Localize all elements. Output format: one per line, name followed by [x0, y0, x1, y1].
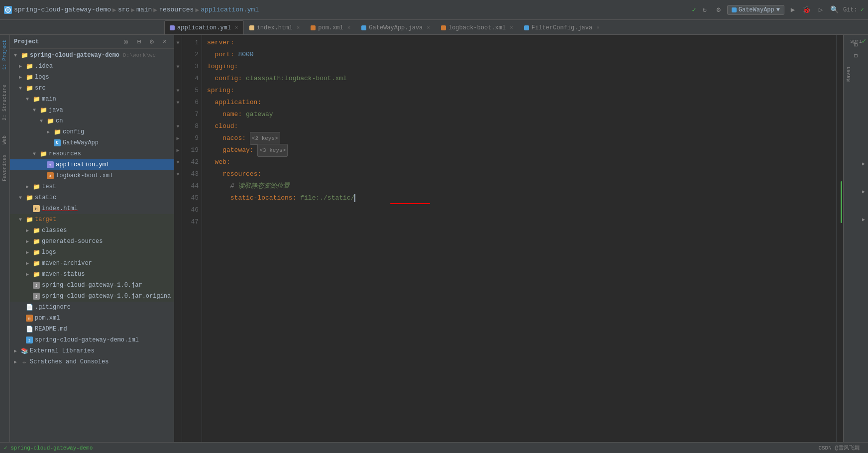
tree-cn[interactable]: ▼ 📁 cn	[10, 115, 174, 126]
tree-arrow-test[interactable]: ▶	[24, 183, 31, 190]
breadcrumb-resources[interactable]: resources	[159, 6, 194, 13]
panel-expand-3[interactable]: ▶	[860, 216, 867, 223]
tree-jar2[interactable]: J spring-cloud-gateway-1.0.jar.origina	[10, 291, 174, 302]
code-line-9: nacos: <2 keys>	[207, 132, 836, 144]
breadcrumb-src[interactable]: src	[118, 6, 129, 13]
breadcrumb-main[interactable]: main	[136, 6, 152, 13]
tree-classes[interactable]: ▶ 📁 classes	[10, 225, 174, 236]
tree-target[interactable]: ▼ 📁 target	[10, 214, 174, 225]
panel-icon-2[interactable]: ⊟	[851, 51, 861, 61]
tree-arrow-target[interactable]: ▼	[17, 216, 24, 223]
tab-close-pom-xml[interactable]: ×	[347, 25, 351, 31]
tree-arrow-main[interactable]: ▼	[24, 96, 31, 103]
fold-9-collapsed[interactable]: ▶	[174, 132, 182, 144]
tree-root[interactable]: ▼ 📁 spring-cloud-gateway-demo D:\work\wc	[10, 50, 174, 61]
linenum-8: 8	[182, 120, 199, 132]
sidebar-settings-icon[interactable]: ⚙	[147, 37, 157, 47]
tab-index-html[interactable]: index.html ×	[244, 20, 306, 34]
tab-application-yml[interactable]: application.yml ×	[164, 20, 244, 34]
project-tab[interactable]: 1: Project	[1, 38, 8, 72]
settings-icon[interactable]: ⚙	[713, 4, 724, 15]
tree-arrow-idea[interactable]: ▶	[17, 63, 24, 70]
app-icon	[4, 6, 12, 14]
tree-jar1[interactable]: J spring-cloud-gateway-1.0.jar	[10, 280, 174, 291]
sidebar-close-icon[interactable]: ×	[160, 37, 170, 47]
profile-button[interactable]: 🔍	[829, 4, 840, 15]
tab-close-gatewayapp-java[interactable]: ×	[427, 25, 430, 31]
fold-8[interactable]: ▼	[174, 120, 182, 132]
tree-gatewayapp-java[interactable]: C GateWayApp	[10, 137, 174, 148]
maven-label[interactable]: Maven	[846, 67, 866, 82]
tree-iml[interactable]: I spring-cloud-gateway-demo.iml	[10, 335, 174, 345]
panel-expand-2[interactable]: ▶	[860, 188, 867, 195]
tree-logs-target[interactable]: ▶ 📁 logs	[10, 247, 174, 258]
fold-5[interactable]: ▼	[174, 85, 182, 97]
fold-19-collapsed[interactable]: ▶	[174, 144, 182, 156]
tree-test[interactable]: ▶ 📁 test	[10, 181, 174, 192]
tree-arrow-java[interactable]: ▼	[31, 107, 38, 113]
tree-arrow-config[interactable]: ▶	[45, 128, 52, 135]
run-button[interactable]: ▶	[787, 4, 798, 15]
tree-resources[interactable]: ▼ 📁 resources	[10, 148, 174, 159]
tree-logback-xml[interactable]: X logback-boot.xml	[10, 170, 174, 181]
breadcrumb-file[interactable]: application.yml	[201, 6, 259, 13]
tree-src[interactable]: ▼ 📁 src	[10, 83, 174, 94]
breadcrumb-project[interactable]: spring-cloud-gateway-demo	[14, 6, 111, 13]
code-content[interactable]: server: port: 8000 logging: config: clas…	[202, 35, 836, 453]
web-tab[interactable]: Web	[1, 133, 8, 146]
tree-arrow-logs-root[interactable]: ▶	[17, 74, 24, 81]
tree-config[interactable]: ▶ 📁 config	[10, 126, 174, 137]
tab-gatewayapp-java[interactable]: GateWayApp.java ×	[356, 20, 435, 34]
tab-close-logback-xml[interactable]: ×	[510, 25, 513, 31]
tree-arrow-cn[interactable]: ▼	[38, 117, 45, 124]
tab-close-index-html[interactable]: ×	[297, 25, 300, 31]
debug-button[interactable]: 🐞	[801, 4, 812, 15]
fold-1[interactable]: ▼	[174, 37, 182, 49]
tree-gitignore[interactable]: 📄 .gitignore	[10, 302, 174, 313]
tree-scratches[interactable]: ▶ ✏️ Scratches and Consoles	[10, 356, 174, 367]
tree-arrow-static[interactable]: ▼	[17, 194, 24, 201]
tree-arrow-root[interactable]: ▼	[12, 52, 19, 59]
tree-arrow-src[interactable]: ▼	[17, 85, 24, 92]
refresh-icon[interactable]: ↻	[699, 4, 710, 15]
structure-tab[interactable]: 2: Structure	[1, 83, 8, 122]
tree-readme[interactable]: 📄 README.md	[10, 324, 174, 335]
favorites-tab[interactable]: Favorites	[1, 152, 8, 183]
tree-arrow-scratches[interactable]: ▶	[12, 358, 19, 365]
tree-static[interactable]: ▼ 📁 static	[10, 192, 174, 203]
tree-java[interactable]: ▼ 📁 java	[10, 105, 174, 115]
panel-expand-1[interactable]: ▶	[860, 160, 867, 167]
tree-pom-xml[interactable]: m pom.xml	[10, 313, 174, 324]
fold-43[interactable]: ▼	[174, 168, 182, 180]
tree-arrow-external-libs[interactable]: ▶	[12, 347, 19, 354]
tree-arrow-maven-archiver[interactable]: ▶	[24, 260, 31, 267]
tree-arrow-generated-sources[interactable]: ▶	[24, 238, 31, 245]
tree-external-libs[interactable]: ▶ 📚 External Libraries	[10, 345, 174, 356]
fold-3[interactable]: ▼	[174, 61, 182, 73]
tree-generated-sources[interactable]: ▶ 📁 generated-sources	[10, 236, 174, 247]
tree-idea[interactable]: ▶ 📁 .idea	[10, 61, 174, 72]
tab-close-application-yml[interactable]: ×	[235, 25, 238, 31]
tree-logs-root[interactable]: ▶ 📁 logs	[10, 72, 174, 83]
tree-index-html[interactable]: H index.html	[10, 203, 174, 214]
code-line-3: logging:	[207, 61, 836, 73]
tree-arrow-resources[interactable]: ▼	[31, 150, 38, 157]
tree-maven-archiver[interactable]: ▶ 📁 maven-archiver	[10, 258, 174, 269]
coverage-button[interactable]: ▷	[815, 4, 826, 15]
tree-application-yml[interactable]: Y application.yml	[10, 159, 174, 170]
fold-42[interactable]: ▼	[174, 156, 182, 168]
tab-filterconfig-java[interactable]: FilterConfig.java ×	[519, 20, 605, 34]
tree-arrow-logs-target[interactable]: ▶	[24, 249, 31, 256]
tree-main[interactable]: ▼ 📁 main	[10, 94, 174, 105]
fold-6[interactable]: ▼	[174, 97, 182, 109]
tree-maven-status[interactable]: ▶ 📁 maven-status	[10, 269, 174, 280]
tab-pom-xml[interactable]: pom.xml ×	[305, 20, 356, 34]
tree-arrow-maven-status[interactable]: ▶	[24, 271, 31, 278]
sidebar-locate-icon[interactable]: ◎	[121, 37, 131, 47]
tab-close-filterconfig-java[interactable]: ×	[596, 25, 600, 31]
scrollbar[interactable]	[836, 35, 843, 453]
sidebar-collapse-icon[interactable]: ⊟	[134, 37, 144, 47]
tree-arrow-classes[interactable]: ▶	[24, 227, 31, 234]
tab-logback-xml[interactable]: logback-boot.xml ×	[435, 20, 519, 34]
run-config-dropdown[interactable]: GateWayApp ▼	[727, 5, 784, 15]
